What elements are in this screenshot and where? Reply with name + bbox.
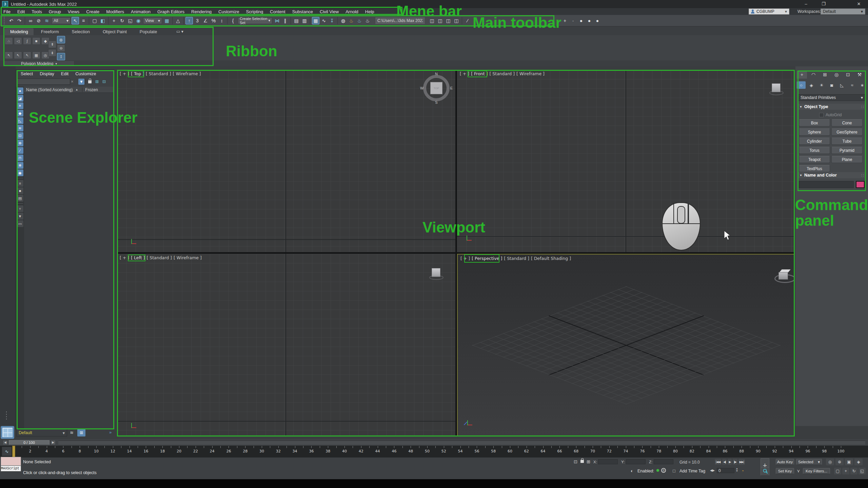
curve-editor-icon[interactable]: ∿ xyxy=(320,17,328,24)
toggle-layer-explorer-icon[interactable]: ▥ xyxy=(301,17,308,24)
z-coordinate-field[interactable] xyxy=(654,459,673,464)
schematic-view-icon[interactable]: ↧ xyxy=(328,17,336,24)
select-object-icon[interactable]: ↖ xyxy=(72,17,79,24)
button-pyramid[interactable]: Pyramid xyxy=(831,147,863,154)
category-geometry-icon[interactable]: ○ xyxy=(797,81,806,89)
object-type-rollout[interactable]: ▼ Object Type ∷ xyxy=(797,104,866,110)
set-key-button[interactable]: Set Key xyxy=(776,468,794,474)
display-helpers-icon[interactable]: ◺ xyxy=(17,117,23,124)
x-coordinate-field[interactable] xyxy=(598,459,618,464)
viewport-front[interactable]: [ + ] [ Front ] [ Standard ] [ Wireframe… xyxy=(457,70,795,252)
transform-type-in-icon[interactable]: ⊞ xyxy=(587,459,590,464)
category-systems-icon[interactable]: ∗ xyxy=(858,81,867,89)
bind-to-space-warp-icon[interactable]: ≋ xyxy=(43,17,51,24)
sort-ascending-icon[interactable]: ▲ xyxy=(75,88,78,91)
undo-icon[interactable]: ↶ xyxy=(7,17,15,24)
snap-3d-icon[interactable]: 3 xyxy=(194,17,201,24)
account-dropdown[interactable]: CGBUMP ▾ xyxy=(749,8,789,15)
paint-select-icon[interactable]: ▦ xyxy=(32,52,40,59)
rendered-frame-window-icon[interactable]: ♨ xyxy=(356,17,363,24)
viewport-menu-plus[interactable]: [ + ] xyxy=(120,71,129,76)
button-plane[interactable]: Plane xyxy=(831,156,863,163)
drag-handle-icon[interactable]: ∷ xyxy=(861,173,864,178)
polygon-modeling-panel-label[interactable]: Polygon Modeling▾ xyxy=(4,61,74,66)
window-toggle-icon-4[interactable]: ◫ xyxy=(453,17,460,24)
sphere-icon-2[interactable]: ● xyxy=(586,17,593,24)
menu-views[interactable]: Views xyxy=(64,8,83,15)
list-view-icon[interactable]: ≡ xyxy=(17,180,23,187)
named-selection-sets-dropdown[interactable]: Create Selection Set ▾ xyxy=(238,17,272,24)
menu-customize[interactable]: Customize xyxy=(215,8,242,15)
dot-icon[interactable]: · xyxy=(569,17,577,24)
button-geosphere[interactable]: GeoSphere xyxy=(831,128,863,136)
viewport-shading-left[interactable]: [ Wireframe ] xyxy=(174,255,202,260)
search-input[interactable] xyxy=(17,79,70,85)
workspace-selector-dropdown[interactable]: Default ▾ xyxy=(16,429,67,436)
overflow-chevrons[interactable]: » xyxy=(109,430,112,435)
angle-snap-toggle-icon[interactable]: ∠ xyxy=(202,17,209,24)
menu-file[interactable]: File xyxy=(0,8,14,15)
viewport-name-front[interactable]: [ Front ] xyxy=(471,71,488,76)
viewport-shading-perspective[interactable]: [ Default Shading ] xyxy=(531,256,571,261)
zoom-region-icon[interactable]: ▢ xyxy=(834,468,841,474)
viewport-name-left[interactable]: [ Left ] xyxy=(131,255,145,260)
category-space-warps-icon[interactable]: ≈ xyxy=(848,81,856,89)
frozen-column-header[interactable]: Frozen xyxy=(82,87,98,92)
menu-graph-editors[interactable]: Graph Editors xyxy=(154,8,188,15)
menu-rendering[interactable]: Rendering xyxy=(188,8,215,15)
autogrid-checkbox[interactable] xyxy=(819,113,824,117)
display-lights-icon[interactable]: ☀ xyxy=(17,102,23,109)
timeline-ruler[interactable]: ∿ 02468101214161820222426283032343638404… xyxy=(0,446,868,458)
sx-menu-select[interactable]: Select xyxy=(18,71,36,77)
lock-selection-icon[interactable] xyxy=(580,460,584,464)
viewcube-mini[interactable] xyxy=(772,83,781,92)
frame-spinner-arrows[interactable]: ◀▶ xyxy=(710,469,715,472)
next-frame-button[interactable]: ▶ xyxy=(51,440,56,445)
set-key-time-icon[interactable]: ◔ xyxy=(741,468,744,473)
tab-motion[interactable]: ◎ xyxy=(831,70,842,79)
sphere-icon-3[interactable]: ● xyxy=(594,17,601,24)
close-button[interactable]: ✕ xyxy=(854,1,864,7)
next-frame-icon[interactable]: |▶ xyxy=(733,459,737,465)
tab-hierarchy[interactable]: ⊞ xyxy=(820,70,830,79)
go-to-end-icon[interactable]: ▶▶| xyxy=(738,459,745,465)
viewport-top[interactable]: [ + ] [ Top ] [ Standard ] [ Wireframe ]… xyxy=(117,70,455,252)
menu-arnold[interactable]: Arnold xyxy=(342,8,362,15)
menu-substance[interactable]: Substance xyxy=(289,8,316,15)
button-box[interactable]: Box xyxy=(799,119,830,126)
zoom-all-icon[interactable]: ⊕ xyxy=(835,459,844,465)
ribbon-tab-populate[interactable]: Populate xyxy=(134,28,162,35)
display-geometry-icon[interactable]: ● xyxy=(17,87,23,94)
minimize-button[interactable]: – xyxy=(801,1,811,7)
set-key-mode-button[interactable] xyxy=(761,467,769,476)
sx-menu-edit[interactable]: Edit xyxy=(58,71,71,77)
display-shapes-icon[interactable]: ◪ xyxy=(17,95,23,102)
add-icon[interactable]: + xyxy=(561,17,569,24)
vertex-mode-icon[interactable]: ∴ xyxy=(5,37,13,45)
edge-mode-icon[interactable]: ◁ xyxy=(14,37,22,45)
window-toggle-icon-1[interactable]: ◫ xyxy=(428,17,436,24)
button-cone[interactable]: Cone xyxy=(831,119,863,126)
snaps-toggle-icon[interactable]: ↑ xyxy=(185,17,193,24)
zoom-extents-icon[interactable]: ▣ xyxy=(845,459,853,465)
menu-edit[interactable]: Edit xyxy=(14,8,28,15)
ribbon-tab-modeling[interactable]: Modeling xyxy=(5,28,34,35)
window-crossing-toggle-icon[interactable]: ◧ xyxy=(99,17,106,24)
viewport-perspective[interactable]: [ + ] [ Perspective ] [ Standard ] [ Def… xyxy=(457,254,795,436)
select-and-manipulate-icon[interactable]: △ xyxy=(174,17,182,24)
maxscript-mini-listener-output[interactable] xyxy=(1,457,21,466)
menu-group[interactable]: Group xyxy=(45,8,64,15)
percent-snap-toggle-icon[interactable]: % xyxy=(210,17,217,24)
viewcube-compass[interactable]: TOP N E S W xyxy=(421,73,452,104)
select-and-scale-icon[interactable]: ◱ xyxy=(126,17,134,24)
object-color-swatch[interactable] xyxy=(856,181,865,188)
toggle-scene-explorer-icon[interactable]: ▤ xyxy=(293,17,300,24)
isolate-selection-icon[interactable]: ⊡ xyxy=(574,459,577,464)
tab-modify[interactable]: ◠ xyxy=(808,70,818,79)
expand-tree-icon[interactable]: ⊞ xyxy=(94,79,100,85)
viewcube-mini[interactable] xyxy=(432,268,440,277)
menu-civil-view[interactable]: Civil View xyxy=(316,8,342,15)
workspace-dropdown[interactable]: Default ▾ xyxy=(821,8,865,15)
viewcube-front-face[interactable] xyxy=(778,272,788,280)
menu-scripting[interactable]: Scripting xyxy=(243,8,267,15)
